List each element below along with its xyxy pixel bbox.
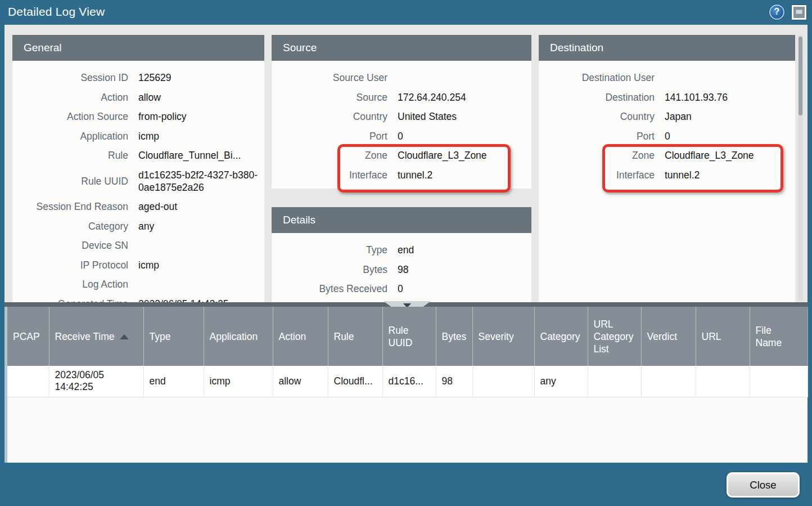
col-header-receive-time[interactable]: Receive Time: [49, 307, 143, 366]
col-header-bytes[interactable]: Bytes: [436, 307, 472, 366]
log-table-header-row: PCAP Receive Time Type Application Actio…: [7, 307, 808, 366]
details-panel-body: Typeend Bytes98 Bytes Received0: [272, 233, 531, 299]
field-label: Session ID: [12, 71, 128, 84]
field-label: Rule: [12, 149, 128, 162]
field-value: Japan: [665, 110, 692, 123]
field-row-rule: RuleCloudflare_Tunnel_Bi...: [12, 146, 264, 165]
field-row-action: Actionallow: [12, 88, 264, 108]
field-label: Source User: [272, 71, 387, 84]
col-header-url-category-list[interactable]: URL Category List: [588, 307, 641, 366]
col-header-label: File Name: [756, 325, 782, 348]
log-table-pane: PCAP Receive Time Type Application Actio…: [4, 307, 808, 463]
col-header-rule-uuid[interactable]: Rule UUID: [382, 307, 436, 366]
field-row-destination-zone: ZoneCloudflare_L3_Zone: [539, 146, 795, 165]
destination-panel: Destination Destination User Destination…: [539, 35, 795, 302]
col-header-application[interactable]: Application: [204, 307, 273, 366]
field-label: IP Protocol: [12, 259, 128, 271]
field-row-source: Source172.64.240.254: [272, 88, 531, 108]
field-value: Cloudflare_L3_Zone: [398, 149, 487, 162]
col-header-verdict[interactable]: Verdict: [641, 307, 696, 366]
log-table-row[interactable]: 2023/06/05 14:42:25 end icmp allow Cloud…: [7, 366, 808, 397]
details-panel-header: Details: [272, 207, 531, 233]
scrollbar-track[interactable]: [798, 35, 803, 301]
field-row-category: Categoryany: [12, 217, 264, 236]
scrollbar-thumb[interactable]: [799, 37, 802, 115]
cell-url: [696, 366, 750, 397]
dialog-content: General Session ID125629 Actionallow Act…: [4, 25, 808, 463]
field-value: 0: [398, 130, 403, 142]
field-label: Session End Reason: [12, 200, 128, 213]
field-label: Interface: [539, 169, 655, 181]
col-header-label: Action: [279, 331, 306, 342]
general-panel-header: General: [12, 35, 264, 61]
col-header-label: Application: [210, 331, 258, 342]
field-row-action-source: Action Sourcefrom-policy: [12, 107, 264, 127]
field-row-source-zone: ZoneCloudflare_L3_Zone: [272, 146, 531, 165]
col-header-label: Category: [540, 331, 580, 342]
field-row-source-user: Source User: [272, 68, 531, 88]
field-label: Action: [12, 91, 128, 104]
col-header-label: URL Category List: [594, 319, 634, 355]
field-label: Zone: [539, 149, 655, 162]
dialog-footer: Close: [0, 463, 812, 506]
col-header-rule[interactable]: Rule: [328, 307, 382, 366]
field-value: 172.64.240.254: [398, 91, 466, 104]
field-value: 0: [665, 130, 670, 142]
general-panel: General Session ID125629 Actionallow Act…: [12, 35, 264, 302]
field-label: Zone: [272, 149, 387, 162]
field-label: Log Action: [12, 278, 128, 290]
field-row-source-interface: Interfacetunnel.2: [272, 165, 531, 185]
field-label: Bytes Received: [272, 283, 387, 295]
col-header-type[interactable]: Type: [143, 307, 204, 366]
col-header-file-name[interactable]: File Name: [750, 307, 808, 366]
field-row-device-sn: Device SN: [12, 236, 264, 256]
col-header-action[interactable]: Action: [273, 307, 328, 366]
field-label: Bytes: [272, 263, 387, 276]
sort-ascending-icon: [120, 334, 129, 339]
field-row-type: Typeend: [272, 240, 531, 260]
field-value: United States: [398, 110, 457, 123]
cell-severity: [472, 366, 534, 397]
close-button[interactable]: Close: [727, 472, 800, 498]
field-value: any: [138, 220, 154, 232]
field-row-source-country: CountryUnited States: [272, 107, 531, 127]
cell-file-name: [750, 366, 808, 397]
col-header-label: Type: [150, 331, 171, 342]
field-label: Destination User: [539, 71, 655, 84]
popout-window-icon[interactable]: [792, 5, 806, 20]
source-panel-body: Source User Source172.64.240.254 Country…: [272, 61, 531, 185]
col-header-label: Rule UUID: [389, 325, 413, 348]
field-label: Country: [272, 110, 387, 123]
popout-window-icon-pane: [796, 10, 802, 14]
col-header-pcap[interactable]: PCAP: [7, 307, 49, 366]
field-value: 125629: [138, 71, 171, 84]
col-header-label: Severity: [479, 331, 514, 342]
field-label: Application: [12, 130, 128, 142]
field-row-rule-uuid: Rule UUIDd1c16235-b2f2-4327-b380-0ae1875…: [12, 165, 264, 198]
cell-bytes: 98: [436, 366, 472, 397]
cell-receive-time: 2023/06/05 14:42:25: [49, 366, 143, 397]
field-row-bytes: Bytes98: [272, 260, 531, 280]
field-row-destination-country: CountryJapan: [539, 107, 795, 127]
field-value: aged-out: [138, 200, 177, 213]
field-value: Cloudflare_L3_Zone: [665, 149, 754, 162]
field-label: Rule UUID: [12, 175, 128, 187]
field-value: 2023/06/05 14:42:25: [138, 298, 229, 303]
destination-panel-header: Destination: [539, 35, 795, 61]
field-row-application: Applicationicmp: [12, 127, 264, 146]
col-header-severity[interactable]: Severity: [472, 307, 534, 366]
field-value: icmp: [138, 130, 159, 142]
field-value: 141.101.93.76: [665, 91, 728, 104]
dialog-titlebar: Detailed Log View ?: [0, 0, 812, 25]
col-header-url[interactable]: URL: [696, 307, 750, 366]
field-row-session-end-reason: Session End Reasonaged-out: [12, 197, 264, 217]
col-header-category[interactable]: Category: [534, 307, 588, 366]
field-value: tunnel.2: [665, 169, 700, 181]
col-header-label: Verdict: [647, 331, 678, 342]
field-value: allow: [138, 91, 161, 104]
help-icon[interactable]: ?: [769, 5, 784, 20]
destination-panel-body: Destination User Destination141.101.93.7…: [539, 61, 795, 185]
field-row-destination: Destination141.101.93.76: [539, 88, 795, 108]
field-row-destination-interface: Interfacetunnel.2: [539, 165, 795, 185]
field-label: Source: [272, 91, 387, 104]
